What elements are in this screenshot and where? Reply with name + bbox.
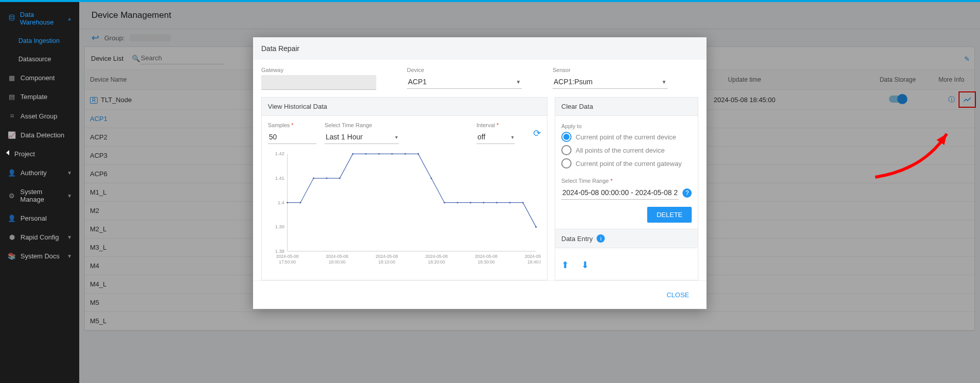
sidebar-item-template[interactable]: ▤Template — [0, 87, 79, 106]
radio-all-points-device[interactable]: All points of the current device — [561, 145, 692, 155]
more-info-chart-icon[interactable] — [959, 91, 976, 108]
sidebar-item-personal[interactable]: 👤Personal — [0, 209, 79, 228]
svg-point-35 — [470, 202, 471, 203]
row-name: M4_L — [90, 280, 107, 288]
row-value — [471, 316, 622, 326]
row-name: M5 — [90, 299, 99, 306]
main: Device Management ↩ Group: Device List 🔍… — [79, 2, 980, 383]
row-more — [928, 114, 974, 124]
row-storage — [867, 90, 928, 109]
sidebar-sub-data-ingestion[interactable]: Data Ingestion — [0, 32, 79, 50]
sidebar-sub-datasource[interactable]: Datasource — [0, 50, 79, 68]
modal-title: Data Repair — [253, 37, 706, 60]
gear-icon: ⚙ — [7, 192, 16, 200]
chevron-down-icon: ▾ — [395, 134, 398, 140]
sidebar-item-asset-group[interactable]: ⌗Asset Group — [0, 106, 79, 126]
book-icon: 📚 — [7, 252, 16, 260]
svg-text:1.42: 1.42 — [275, 151, 285, 156]
person-icon: 👤 — [7, 214, 16, 222]
row-storage — [867, 298, 928, 308]
sidebar-item-system-manage[interactable]: ⚙System Manage▼ — [0, 182, 79, 209]
svg-point-28 — [378, 153, 380, 155]
row-name: M5_L — [90, 317, 107, 325]
svg-point-36 — [483, 202, 485, 203]
clear-time-range-input[interactable] — [561, 186, 678, 200]
edit-icon[interactable]: ✎ — [964, 55, 970, 63]
chevron-down-icon: ▼ — [67, 253, 72, 259]
gateway-value-redacted — [261, 75, 376, 90]
sensor-field[interactable]: Sensor ACP1:Psum▼ — [553, 67, 668, 90]
svg-point-33 — [444, 202, 445, 203]
device-list-label: Device List — [91, 55, 124, 62]
row-storage — [867, 114, 928, 124]
interval-field[interactable]: Interval * off▾ — [476, 122, 515, 144]
samples-input[interactable] — [268, 130, 316, 144]
row-name: ACP2 — [90, 133, 107, 141]
chart-icon: 📈 — [7, 131, 16, 139]
row-name: M2 — [90, 207, 99, 214]
svg-text:18:40:00: 18:40:00 — [528, 259, 541, 265]
svg-point-32 — [430, 177, 432, 179]
row-name: ACP1 — [90, 115, 107, 123]
info-icon[interactable]: ⓘ — [948, 95, 955, 103]
download-icon[interactable]: ⬇ — [581, 259, 589, 271]
sidebar-item-component[interactable]: ▦Component — [0, 68, 79, 87]
row-name: M4 — [90, 262, 99, 270]
back-icon[interactable]: ↩ — [92, 32, 99, 43]
sidebar-item-rapid-config[interactable]: ⬢Rapid Config▼ — [0, 228, 79, 247]
info-icon[interactable]: i — [597, 234, 605, 243]
device-field[interactable]: Device ACP1▼ — [407, 67, 522, 90]
sidebar-item-data-detection[interactable]: 📈Data Detection — [0, 126, 79, 145]
samples-field[interactable]: Samples * — [268, 122, 316, 144]
row-storage — [867, 261, 928, 271]
row-update — [622, 316, 867, 326]
data-entry-header: Data Entry i — [555, 229, 698, 248]
close-button[interactable]: CLOSE — [657, 287, 698, 303]
svg-point-21 — [287, 202, 288, 203]
row-name: M1_L — [90, 188, 107, 196]
row-name: ACP6 — [90, 170, 107, 178]
svg-text:18:20:00: 18:20:00 — [428, 259, 445, 265]
time-range-field[interactable]: Select Time Range Last 1 Hour▾ — [325, 122, 399, 144]
upload-icon[interactable]: ⬆ — [561, 259, 569, 271]
group-value-redacted — [130, 34, 171, 41]
sidebar-item-authority[interactable]: 👤Authority▼ — [0, 163, 79, 182]
col-data-storage: Data Storage — [867, 70, 928, 89]
page-title: Device Management — [79, 2, 980, 29]
row-more — [928, 316, 974, 326]
table-row[interactable]: M5_L — [85, 312, 974, 330]
radio-current-point-gateway[interactable]: Current point of the current gateway — [561, 158, 692, 169]
svg-text:1.4: 1.4 — [278, 200, 285, 205]
row-more — [928, 243, 974, 253]
sidebar-item-system-docs[interactable]: 📚System Docs▼ — [0, 247, 79, 266]
sidebar-item-project[interactable]: Project — [0, 145, 79, 163]
database-icon — [7, 14, 16, 23]
refresh-icon[interactable]: ⟳ — [533, 128, 541, 139]
help-icon[interactable]: ? — [682, 188, 692, 198]
row-storage — [867, 279, 928, 290]
svg-point-34 — [457, 202, 458, 203]
sidebar-head-data-warehouse[interactable]: Data Warehouse ▲ — [0, 5, 79, 32]
svg-text:2024-05-08: 2024-05-08 — [276, 254, 299, 259]
storage-toggle[interactable] — [889, 95, 906, 103]
svg-text:1.41: 1.41 — [275, 175, 285, 181]
chevron-down-icon: ▼ — [67, 170, 72, 176]
row-tag: R — [90, 97, 98, 104]
device-label: Device — [407, 67, 522, 73]
delete-button[interactable]: DELETE — [647, 207, 692, 223]
radio-current-point-device[interactable]: Current point of the current device — [561, 132, 692, 142]
svg-point-27 — [365, 153, 367, 155]
group-label: Group: — [104, 34, 125, 42]
search-input[interactable] — [140, 52, 224, 64]
svg-point-31 — [418, 153, 419, 155]
svg-text:1.38: 1.38 — [275, 248, 285, 254]
svg-point-39 — [522, 202, 523, 203]
radio-icon — [561, 132, 572, 142]
svg-point-38 — [509, 202, 511, 203]
clear-time-range-field[interactable]: Select Time Range * ? — [561, 178, 692, 200]
row-more — [928, 224, 974, 234]
chevron-up-icon: ▲ — [67, 16, 72, 21]
user-icon: 👤 — [7, 169, 16, 177]
gateway-field[interactable]: Gateway — [261, 67, 376, 90]
historical-chart: 1.381.391.41.411.422024-05-0817:50:00202… — [268, 146, 541, 274]
